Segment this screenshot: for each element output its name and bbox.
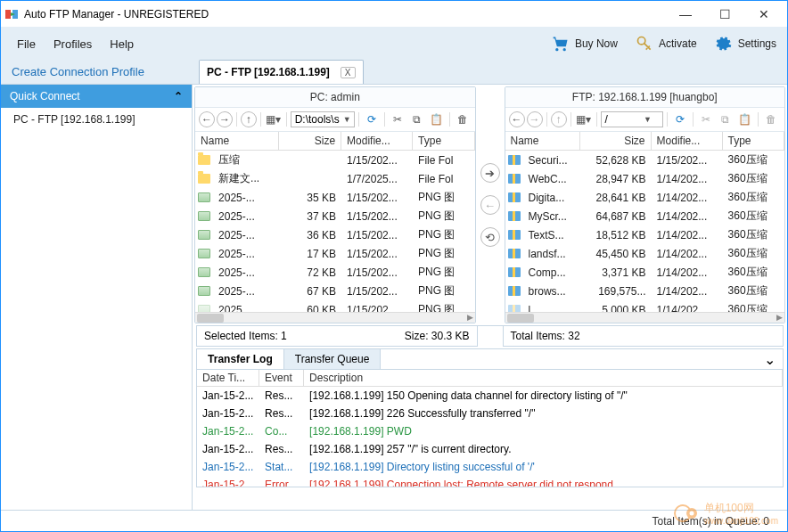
sidebar: Quick Connect ⌃ PC - FTP [192.168.1.199] xyxy=(1,85,193,531)
log-col-description[interactable]: Description xyxy=(304,370,783,386)
file-row[interactable]: 2025-... 36 KB 1/15/202... PNG 图 xyxy=(195,225,474,244)
file-row[interactable]: 2025-... 72 KB 1/15/202... PNG 图 xyxy=(195,263,474,282)
file-icon xyxy=(195,249,213,258)
transfer-left-button[interactable]: ← xyxy=(480,195,500,215)
file-row[interactable]: WebC... 28,947 KB 1/14/202... 360压缩 xyxy=(505,169,784,188)
remote-scroll-x[interactable]: ▶ xyxy=(505,312,784,323)
log-row[interactable]: Jan-15-2... Stat... [192.168.1.199] Dire… xyxy=(197,458,783,476)
collapse-button[interactable]: ⌄ xyxy=(757,351,783,368)
copy-button[interactable]: ⧉ xyxy=(717,110,735,128)
col-size[interactable]: Size xyxy=(580,132,652,150)
tab-close-button[interactable]: X xyxy=(341,67,356,78)
remote-pane-header: FTP: 192.168.1.199 [huangbo] xyxy=(505,87,784,108)
paste-button[interactable]: 📋 xyxy=(736,110,754,128)
titlebar: Auto FTP Manager - UNREGISTERED — ☐ ✕ xyxy=(1,1,787,28)
log-row[interactable]: Jan-15-2... Co... [192.168.1.199] PWD xyxy=(197,422,783,440)
col-type[interactable]: Type xyxy=(723,132,784,150)
tab-transfer-log[interactable]: Transfer Log xyxy=(197,349,284,369)
file-icon xyxy=(505,286,523,296)
log-col-datetime[interactable]: Date Ti... xyxy=(197,370,259,386)
file-row[interactable]: TextS... 18,512 KB 1/14/202... 360压缩 xyxy=(505,225,784,244)
local-file-list[interactable]: 压缩 1/15/202... File Fol 新建文... 1/7/2025.… xyxy=(195,151,474,312)
cart-icon xyxy=(552,35,570,53)
view-button[interactable]: ▦▾ xyxy=(265,110,283,128)
log-row[interactable]: Jan-15-2... Error [192.168.1.199] Connec… xyxy=(197,476,783,487)
menu-profiles[interactable]: Profiles xyxy=(45,34,101,54)
delete-button[interactable]: 🗑 xyxy=(454,110,472,128)
file-icon xyxy=(505,155,523,165)
file-row[interactable]: 2025-... 17 KB 1/15/202... PNG 图 xyxy=(195,244,474,263)
file-icon xyxy=(195,211,213,221)
watermark: 单机100网 www.danji100.com xyxy=(674,501,778,526)
local-scroll-x[interactable]: ▶ xyxy=(195,312,474,323)
menu-file[interactable]: File xyxy=(8,34,45,54)
menu-help[interactable]: Help xyxy=(101,34,143,54)
file-icon xyxy=(505,192,523,202)
file-row[interactable]: 2025-... 67 KB 1/15/202... PNG 图 xyxy=(195,282,474,300)
create-profile-link[interactable]: Create Connection Profile xyxy=(1,60,195,84)
local-status-selected: Selected Items: 1 xyxy=(204,330,287,342)
transfer-right-button[interactable]: ➔ xyxy=(480,163,500,183)
buy-now-button[interactable]: Buy Now xyxy=(548,33,621,54)
file-row[interactable]: Digita... 28,641 KB 1/14/202... 360压缩 xyxy=(505,188,784,207)
view-button[interactable]: ▦▾ xyxy=(575,110,593,128)
forward-button[interactable]: → xyxy=(527,111,543,127)
paste-button[interactable]: 📋 xyxy=(428,110,446,128)
refresh-button[interactable]: ⟳ xyxy=(363,110,381,128)
col-modified[interactable]: Modifie... xyxy=(652,132,723,150)
sync-button[interactable]: ⟲ xyxy=(480,227,500,247)
file-row[interactable]: l 5,000 KB 1/14/202 360压缩 xyxy=(505,300,784,312)
back-button[interactable]: ← xyxy=(509,111,525,127)
log-row[interactable]: Jan-15-2... Res... [192.168.1.199] 226 S… xyxy=(197,405,783,422)
file-row[interactable]: 2025-... 37 KB 1/15/202... PNG 图 xyxy=(195,207,474,225)
col-modified[interactable]: Modifie... xyxy=(341,132,413,150)
tab-transfer-queue[interactable]: Transfer Queue xyxy=(284,349,382,369)
maximize-button[interactable]: ☐ xyxy=(705,2,744,27)
connection-tab[interactable]: PC - FTP [192.168.1.199] X xyxy=(199,60,364,84)
local-pane-header: PC: admin xyxy=(195,87,474,108)
refresh-button[interactable]: ⟳ xyxy=(671,110,689,128)
file-icon xyxy=(195,174,213,184)
activate-button[interactable]: Activate xyxy=(632,33,701,54)
up-button[interactable]: ↑ xyxy=(551,111,567,127)
up-button[interactable]: ↑ xyxy=(241,111,257,127)
log-row[interactable]: Jan-15-2... Res... [192.168.1.199] 150 O… xyxy=(197,387,783,405)
tab-label: PC - FTP [192.168.1.199] xyxy=(207,66,330,78)
file-icon xyxy=(195,192,213,202)
transfer-controls: ➔ ← ⟲ xyxy=(478,85,503,325)
col-size[interactable]: Size xyxy=(279,132,341,150)
log-col-event[interactable]: Event xyxy=(259,370,304,386)
copy-button[interactable]: ⧉ xyxy=(408,110,426,128)
file-row[interactable]: landsf... 45,450 KB 1/14/202... 360压缩 xyxy=(505,244,784,263)
col-name[interactable]: Name xyxy=(195,132,279,150)
file-icon xyxy=(195,155,213,165)
delete-button[interactable]: 🗑 xyxy=(762,110,780,128)
svg-rect-0 xyxy=(5,10,11,19)
close-button[interactable]: ✕ xyxy=(744,2,784,27)
file-row[interactable]: Comp... 3,371 KB 1/14/202... 360压缩 xyxy=(505,263,784,282)
sidebar-item-connection[interactable]: PC - FTP [192.168.1.199] xyxy=(1,108,192,131)
bottom-tabs: Transfer Log Transfer Queue ⌄ xyxy=(196,348,784,370)
cut-button[interactable]: ✂ xyxy=(697,110,715,128)
file-row[interactable]: 压缩 1/15/202... File Fol xyxy=(195,151,474,169)
window-title: Auto FTP Manager - UNREGISTERED xyxy=(24,8,209,20)
col-type[interactable]: Type xyxy=(413,132,474,150)
file-row[interactable]: 新建文... 1/7/2025... File Fol xyxy=(195,169,474,188)
settings-button[interactable]: Settings xyxy=(711,33,780,54)
log-row[interactable]: Jan-15-2... Res... [192.168.1.199] 257 "… xyxy=(197,440,783,458)
cut-button[interactable]: ✂ xyxy=(389,110,406,128)
quick-connect-header[interactable]: Quick Connect ⌃ xyxy=(1,85,192,108)
forward-button[interactable]: → xyxy=(217,111,233,127)
file-row[interactable]: brows... 169,575... 1/14/202... 360压缩 xyxy=(505,282,784,300)
remote-path-input[interactable]: /▼ xyxy=(601,111,663,127)
file-icon xyxy=(505,174,523,184)
col-name[interactable]: Name xyxy=(505,132,580,150)
file-row[interactable]: 2025 60 KB 1/15/202 PNG 图 xyxy=(195,300,474,312)
file-row[interactable]: Securi... 52,628 KB 1/15/202... 360压缩 xyxy=(505,151,784,169)
remote-file-list[interactable]: Securi... 52,628 KB 1/15/202... 360压缩 We… xyxy=(505,151,784,312)
file-row[interactable]: 2025-... 35 KB 1/15/202... PNG 图 xyxy=(195,188,474,207)
back-button[interactable]: ← xyxy=(199,111,215,127)
file-row[interactable]: MyScr... 64,687 KB 1/14/202... 360压缩 xyxy=(505,207,784,225)
minimize-button[interactable]: — xyxy=(666,2,705,27)
local-path-input[interactable]: D:\tools\s▼ xyxy=(291,111,356,127)
